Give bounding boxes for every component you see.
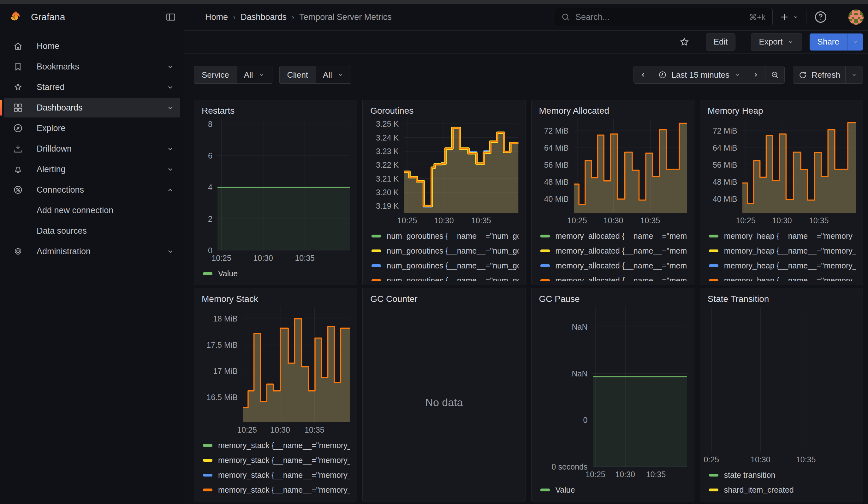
y-tick-label: 3.21 K (376, 174, 399, 184)
client-filter-value[interactable]: All (316, 66, 351, 84)
legend-label[interactable]: num_goroutines {__name__="num_go (387, 246, 518, 256)
sidebar-item-home[interactable]: Home (4, 36, 180, 56)
panel-title[interactable]: State Transition (707, 294, 856, 304)
sidebar-item-alerting[interactable]: Alerting (4, 160, 180, 179)
legend-label[interactable]: memory_allocated {__name__="memo (556, 232, 687, 240)
legend-label[interactable]: memory_stack {__name__="memory_s (218, 456, 350, 465)
legend-label[interactable]: num_goroutines {__name__="num_go (387, 232, 518, 240)
panel-title[interactable]: Memory Allocated (539, 106, 687, 116)
service-filter: Service All (194, 66, 272, 84)
favorite-star-icon[interactable] (678, 36, 690, 48)
chevron-down-icon[interactable] (166, 104, 175, 112)
panel-title[interactable]: Memory Stack (202, 294, 350, 304)
chevron-down-icon[interactable] (166, 83, 175, 92)
help-icon[interactable] (813, 10, 828, 24)
legend-item: shard_item_created (707, 483, 856, 497)
sidebar-item-drilldown[interactable]: Drilldown (4, 139, 180, 158)
panel-title[interactable]: GC Pause (539, 294, 687, 304)
legend-label[interactable]: memory_stack {__name__="memory_s (218, 441, 350, 450)
plot-area[interactable] (707, 307, 856, 452)
zoom-out-button[interactable] (765, 66, 785, 84)
share-caret-button[interactable] (847, 33, 863, 51)
legend-label[interactable]: memory_stack {__name__="memory_s (218, 485, 350, 495)
legend-item: Value (538, 483, 687, 497)
service-filter-label: Service (194, 66, 237, 84)
chevron-down-icon[interactable] (166, 247, 175, 256)
chevron-down-icon[interactable] (166, 165, 175, 174)
y-tick-label: 3.23 K (376, 147, 399, 156)
plot-area[interactable] (593, 307, 687, 467)
legend-item: memory_allocated {__name__="memo (538, 258, 687, 273)
sidebar-item-administration[interactable]: Administration (4, 241, 180, 261)
share-button[interactable]: Share (809, 33, 847, 51)
y-tick-label: 3.24 K (376, 133, 399, 142)
sidebar-item-dashboards[interactable]: Dashboards (4, 98, 180, 117)
panel-title[interactable]: Goroutines (370, 106, 518, 116)
export-button[interactable]: Export (751, 33, 802, 51)
plot-area[interactable] (243, 307, 350, 422)
legend-label[interactable]: memory_heap {__name__="memory_h (724, 246, 856, 256)
y-tick-label: 40 MiB (544, 195, 569, 204)
panel-title[interactable]: Restarts (202, 106, 350, 116)
legend-label[interactable]: memory_heap {__name__="memory_h (724, 232, 856, 240)
panel-memory-heap: Memory Heap 40 MiB48 MiB56 MiB64 MiB72 M… (700, 100, 863, 285)
breadcrumb-item[interactable]: Home (205, 12, 228, 22)
legend-item: num_goroutines {__name__="num_go (370, 258, 518, 273)
legend-label[interactable]: num_goroutines {__name__="num_go (387, 276, 518, 281)
panel-title[interactable]: Memory Heap (707, 106, 856, 116)
legend-swatch (709, 488, 719, 491)
sidebar-item-explore[interactable]: Explore (4, 119, 180, 138)
star-icon (13, 82, 23, 93)
legend-label[interactable]: memory_allocated {__name__="memo (556, 261, 687, 270)
legend-label[interactable]: memory_allocated {__name__="memo (556, 246, 687, 256)
legend-label[interactable]: memory_allocated {__name__="memo (556, 276, 687, 281)
breadcrumb-item[interactable]: Dashboards (240, 12, 287, 22)
chevron-down-icon[interactable] (166, 145, 175, 153)
sidebar-item-data-sources[interactable]: Data sources (4, 221, 180, 240)
export-label: Export (759, 37, 783, 47)
plot-area[interactable] (742, 119, 856, 213)
chevron-down-icon[interactable] (166, 63, 175, 71)
time-back-button[interactable] (633, 66, 653, 84)
plot-area[interactable] (217, 119, 350, 250)
legend-label[interactable]: memory_heap {__name__="memory_h (724, 261, 856, 270)
x-axis: 10:2510:3010:35 (201, 422, 350, 436)
panel-gc-pause: GC Pause 0 seconds0NaNNaN10:2510:3010:35… (531, 288, 694, 502)
panel-title[interactable]: GC Counter (370, 294, 518, 304)
legend-swatch (372, 264, 381, 267)
sidebar-item-add-new-connection[interactable]: Add new connection (4, 200, 180, 220)
refresh-interval-caret[interactable] (845, 66, 863, 84)
user-avatar[interactable] (848, 10, 864, 25)
x-tick-label: 10:35 (809, 216, 829, 225)
dock-sidebar-icon[interactable] (165, 11, 176, 23)
time-forward-button[interactable] (746, 66, 765, 84)
edit-button[interactable]: Edit (706, 33, 736, 51)
legend-label[interactable]: memory_stack {__name__="memory_s (218, 471, 350, 480)
plot-area[interactable] (404, 119, 518, 213)
sidebar-item-label: Explore (37, 123, 180, 133)
legend-label[interactable]: memory_heap {__name__="memory_h (724, 276, 856, 281)
legend-label[interactable]: Value (556, 485, 575, 495)
y-tick-label: 3.22 K (376, 161, 399, 169)
plot-area[interactable] (574, 119, 687, 213)
legend-label[interactable]: shard_item_created (724, 485, 794, 495)
client-filter-selected: All (323, 70, 332, 80)
new-button[interactable] (779, 12, 799, 22)
legend-item: Value (201, 266, 350, 281)
sidebar-item-starred[interactable]: Starred (4, 78, 180, 97)
legend-label[interactable]: state transition (724, 471, 776, 480)
service-filter-value[interactable]: All (237, 66, 272, 84)
y-tick-label: 3.20 K (376, 188, 399, 197)
sidebar-item-connections[interactable]: Connections (4, 180, 180, 199)
refresh-button[interactable]: Refresh (793, 66, 846, 84)
legend-label[interactable]: Value (218, 269, 238, 278)
sidebar-item-bookmarks[interactable]: Bookmarks (4, 57, 180, 76)
grafana-logo[interactable] (9, 10, 23, 24)
y-axis: 0 seconds0NaNNaN (538, 307, 593, 467)
search-input[interactable]: Search... ⌘+k (554, 8, 773, 26)
legend-item: memory_heap {__name__="memory_h (707, 244, 856, 258)
time-range-picker[interactable]: Last 15 minutes (653, 66, 746, 84)
x-axis: 10:2510:3010:35 (370, 213, 518, 227)
chevron-up-icon[interactable] (166, 186, 175, 194)
legend-label[interactable]: num_goroutines {__name__="num_go (387, 261, 518, 270)
